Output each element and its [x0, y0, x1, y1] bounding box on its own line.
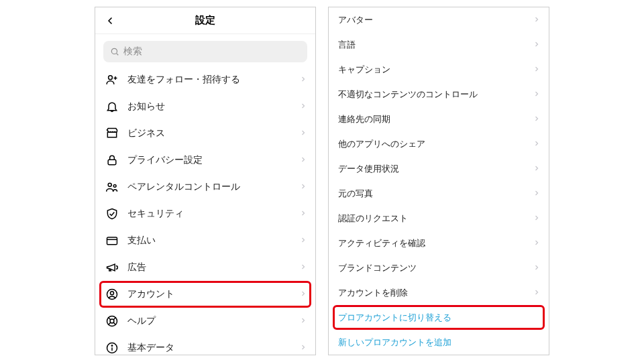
row-label: 支払い — [127, 235, 299, 247]
row-business[interactable]: ビジネス — [95, 120, 315, 147]
info-icon — [105, 341, 119, 355]
chevron-right-icon — [533, 237, 541, 249]
svg-line-14 — [108, 317, 111, 320]
row-label: アカウント — [127, 288, 299, 300]
chevron-right-icon — [533, 287, 541, 299]
row-label: アカウントを削除 — [338, 287, 533, 299]
row-label: セキュリティ — [127, 208, 299, 220]
back-button[interactable] — [102, 13, 118, 29]
row-label: アクティビティを確認 — [338, 237, 533, 249]
page-title: 設定 — [195, 14, 215, 27]
svg-line-1 — [117, 54, 119, 56]
row-label: 言語 — [338, 39, 533, 51]
row-label: ヘルプ — [127, 315, 299, 327]
row-activity[interactable]: アクティビティを確認 — [329, 231, 549, 255]
row-payments[interactable]: 支払い — [95, 227, 315, 254]
settings-list: 友達をフォロー・招待する お知らせ ビジネス プライバシー設定 ペアレンタルコン… — [95, 66, 315, 355]
row-language[interactable]: 言語 — [329, 32, 549, 57]
row-verification[interactable]: 認証のリクエスト — [329, 206, 549, 231]
row-sharing[interactable]: 他のアプリへのシェア — [329, 131, 549, 156]
chevron-right-icon — [299, 154, 307, 166]
card-icon — [105, 233, 119, 248]
settings-screen: 設定 検索 友達をフォロー・招待する お知らせ ビジネス プライバシー設定 — [95, 7, 316, 355]
row-notifications[interactable]: お知らせ — [95, 93, 315, 120]
storefront-icon — [105, 126, 119, 141]
row-sensitive-content[interactable]: 不適切なコンテンツのコントロール — [329, 82, 549, 107]
svg-line-15 — [113, 322, 116, 325]
svg-point-20 — [111, 345, 112, 346]
row-data-usage[interactable]: データ使用状況 — [329, 156, 549, 181]
row-security[interactable]: セキュリティ — [95, 200, 315, 227]
shield-icon — [105, 206, 119, 221]
svg-rect-8 — [107, 237, 117, 245]
row-switch-pro[interactable]: プロアカウントに切り替える — [329, 305, 549, 330]
chevron-right-icon — [533, 188, 541, 200]
row-label: 不適切なコンテンツのコントロール — [338, 88, 533, 101]
row-captions[interactable]: キャプション — [329, 57, 549, 82]
row-label: 基本データ — [127, 342, 299, 354]
chevron-right-icon — [533, 14, 541, 26]
header: 設定 — [95, 7, 315, 34]
row-ads[interactable]: 広告 — [95, 254, 315, 281]
svg-line-17 — [108, 322, 111, 325]
row-add-pro[interactable]: 新しいプロアカウントを追加 — [329, 330, 549, 355]
search-input[interactable]: 検索 — [103, 41, 307, 62]
row-delete-account[interactable]: アカウントを削除 — [329, 280, 549, 305]
row-account[interactable]: アカウント — [95, 281, 315, 308]
row-label: 連絡先の同期 — [338, 113, 533, 125]
account-list: アバター 言語 キャプション 不適切なコンテンツのコントロール 連絡先の同期 他… — [329, 7, 549, 355]
row-contacts-sync[interactable]: 連絡先の同期 — [329, 107, 549, 131]
svg-point-7 — [113, 184, 116, 187]
row-label: お知らせ — [127, 101, 299, 113]
row-privacy[interactable]: プライバシー設定 — [95, 147, 315, 174]
row-about[interactable]: 基本データ — [95, 335, 315, 355]
row-avatar[interactable]: アバター — [329, 7, 549, 32]
row-label: ブランドコンテンツ — [338, 262, 533, 274]
lock-icon — [105, 153, 119, 168]
chevron-right-icon — [299, 101, 307, 113]
svg-rect-5 — [108, 160, 116, 165]
row-label: 認証のリクエスト — [338, 213, 533, 225]
chevron-right-icon — [533, 88, 541, 101]
row-label: ペアレンタルコントロール — [127, 181, 299, 193]
user-plus-icon — [105, 72, 119, 87]
row-label: プロアカウントに切り替える — [338, 312, 541, 324]
chevron-right-icon — [299, 261, 307, 274]
row-label: アバター — [338, 14, 533, 26]
chevron-right-icon — [299, 235, 307, 247]
row-branded-content[interactable]: ブランドコンテンツ — [329, 255, 549, 280]
chevron-right-icon — [299, 342, 307, 354]
chevron-right-icon — [299, 208, 307, 220]
row-label: ビジネス — [127, 127, 299, 139]
chevron-right-icon — [533, 213, 541, 225]
chevron-right-icon — [533, 113, 541, 125]
svg-point-13 — [110, 319, 114, 323]
lifebuoy-icon — [105, 314, 119, 328]
chevron-right-icon — [299, 315, 307, 327]
row-label: 新しいプロアカウントを追加 — [338, 337, 541, 349]
chevron-left-icon — [105, 15, 115, 26]
row-label: プライバシー設定 — [127, 154, 299, 166]
chevron-right-icon — [533, 39, 541, 51]
svg-point-11 — [111, 292, 114, 295]
people-icon — [105, 180, 119, 194]
chevron-right-icon — [533, 163, 541, 175]
row-label: キャプション — [338, 64, 533, 76]
chevron-right-icon — [299, 74, 307, 86]
row-label: 友達をフォロー・招待する — [127, 74, 299, 86]
row-label: データ使用状況 — [338, 163, 533, 175]
chevron-right-icon — [299, 288, 307, 300]
row-label: 他のアプリへのシェア — [338, 138, 533, 150]
search-placeholder: 検索 — [123, 46, 142, 58]
row-label: 元の写真 — [338, 188, 533, 200]
row-follow-invite[interactable]: 友達をフォロー・招待する — [95, 66, 315, 93]
svg-line-16 — [113, 317, 116, 320]
row-parental[interactable]: ペアレンタルコントロール — [95, 174, 315, 200]
bell-icon — [105, 99, 119, 114]
row-help[interactable]: ヘルプ — [95, 308, 315, 335]
megaphone-icon — [105, 260, 119, 275]
row-original-photos[interactable]: 元の写真 — [329, 181, 549, 206]
row-label: 広告 — [127, 261, 299, 274]
chevron-right-icon — [533, 138, 541, 150]
search-icon — [110, 47, 119, 56]
